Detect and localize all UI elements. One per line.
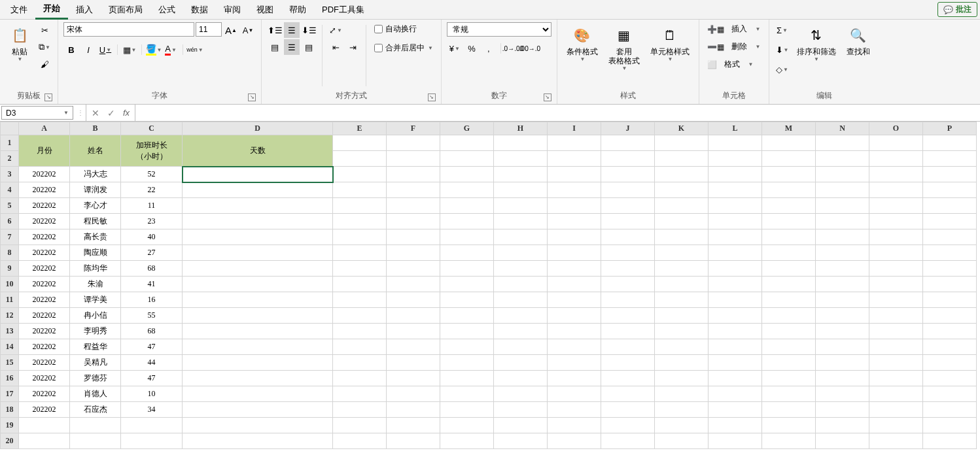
column-header[interactable]: H — [494, 122, 548, 135]
column-header[interactable]: C — [121, 122, 183, 135]
cell[interactable]: 44 — [121, 355, 183, 371]
cell[interactable] — [387, 308, 440, 324]
cell[interactable] — [655, 339, 709, 355]
cell[interactable] — [762, 308, 816, 324]
table-header-cell[interactable]: 姓名 — [70, 135, 121, 167]
column-header[interactable]: A — [19, 122, 70, 135]
cell[interactable] — [601, 386, 655, 402]
cell[interactable] — [387, 371, 440, 386]
cell[interactable] — [601, 355, 655, 371]
cell[interactable] — [333, 135, 387, 151]
cell[interactable] — [816, 418, 869, 433]
cell[interactable] — [440, 167, 494, 182]
cell[interactable] — [655, 277, 709, 292]
cell[interactable] — [923, 433, 977, 449]
cell[interactable] — [655, 151, 709, 167]
cell[interactable] — [387, 135, 440, 151]
format-painter-button[interactable]: 🖌 — [37, 56, 52, 72]
cell[interactable] — [548, 214, 601, 229]
cell[interactable] — [183, 418, 333, 433]
menu-review[interactable]: 审阅 — [216, 1, 249, 19]
cell[interactable] — [869, 386, 923, 402]
autosum-button[interactable]: Σ▼ — [775, 22, 790, 38]
formula-bar-handle[interactable]: ⋮ — [75, 105, 86, 121]
increase-font-button[interactable]: A▲ — [223, 22, 239, 38]
column-header[interactable]: K — [655, 122, 709, 135]
cell[interactable] — [709, 292, 762, 308]
cell[interactable] — [709, 214, 762, 229]
cell[interactable] — [655, 214, 709, 229]
cell[interactable] — [183, 214, 333, 229]
cell[interactable] — [816, 277, 869, 292]
cell[interactable] — [601, 182, 655, 198]
alignment-launcher[interactable]: ↘ — [428, 93, 436, 101]
name-box[interactable]: D3 ▼ — [1, 106, 73, 120]
cell[interactable] — [601, 167, 655, 182]
cell[interactable] — [440, 324, 494, 339]
row-header[interactable]: 15 — [1, 355, 19, 371]
cell[interactable] — [333, 167, 387, 182]
increase-indent-button[interactable]: ⇥ — [345, 39, 360, 55]
row-header[interactable]: 13 — [1, 324, 19, 339]
cell[interactable] — [548, 292, 601, 308]
cell[interactable] — [494, 214, 548, 229]
cell[interactable] — [494, 198, 548, 214]
copy-button[interactable]: ⧉▼ — [37, 39, 52, 55]
cell[interactable] — [440, 135, 494, 151]
cell[interactable] — [183, 277, 333, 292]
cell[interactable] — [762, 371, 816, 386]
cell[interactable] — [762, 339, 816, 355]
table-header-cell[interactable]: 加班时长 （小时） — [121, 135, 183, 167]
cell[interactable]: 202202 — [19, 292, 70, 308]
cell[interactable] — [923, 277, 977, 292]
cell[interactable]: 202202 — [19, 355, 70, 371]
cell[interactable]: 202202 — [19, 182, 70, 198]
menu-insert[interactable]: 插入 — [68, 1, 101, 19]
cell[interactable] — [762, 292, 816, 308]
decrease-indent-button[interactable]: ⇤ — [328, 39, 343, 55]
cell[interactable] — [655, 371, 709, 386]
cell[interactable] — [387, 214, 440, 229]
row-header[interactable]: 2 — [1, 151, 19, 167]
row-header[interactable]: 12 — [1, 308, 19, 324]
cell[interactable] — [655, 355, 709, 371]
cell[interactable] — [494, 433, 548, 449]
fill-button[interactable]: ⬇▼ — [775, 42, 790, 58]
clipboard-launcher[interactable]: ↘ — [44, 93, 52, 101]
cell[interactable] — [121, 433, 183, 449]
accept-formula-button[interactable]: ✓ — [107, 108, 115, 118]
cell[interactable] — [869, 229, 923, 245]
annotate-button[interactable]: 💬 批注 — [937, 2, 977, 17]
cell[interactable] — [762, 167, 816, 182]
column-header[interactable]: P — [923, 122, 977, 135]
cell[interactable]: 52 — [121, 167, 183, 182]
cell[interactable]: 202202 — [19, 386, 70, 402]
cell[interactable] — [548, 386, 601, 402]
cell[interactable] — [869, 402, 923, 418]
cell[interactable] — [387, 402, 440, 418]
align-middle-button[interactable]: ☰ — [284, 22, 300, 38]
cell[interactable] — [762, 135, 816, 151]
cell[interactable]: 22 — [121, 182, 183, 198]
cell[interactable] — [548, 371, 601, 386]
cell[interactable]: 程民敏 — [70, 214, 121, 229]
row-header[interactable]: 16 — [1, 371, 19, 386]
percent-button[interactable]: % — [464, 41, 480, 56]
cell[interactable] — [440, 277, 494, 292]
cell[interactable] — [333, 355, 387, 371]
cell[interactable] — [494, 308, 548, 324]
cell[interactable] — [494, 292, 548, 308]
cell[interactable] — [601, 135, 655, 151]
menu-pdf[interactable]: PDF工具集 — [314, 1, 372, 19]
menu-formulas[interactable]: 公式 — [150, 1, 183, 19]
cell[interactable] — [923, 339, 977, 355]
cell[interactable] — [816, 371, 869, 386]
cell[interactable]: 202202 — [19, 261, 70, 277]
cell[interactable] — [333, 386, 387, 402]
font-color-button[interactable]: A▼ — [163, 42, 179, 58]
cell[interactable] — [816, 167, 869, 182]
column-header[interactable]: L — [709, 122, 762, 135]
cell[interactable]: 202202 — [19, 324, 70, 339]
cell[interactable]: 罗德芬 — [70, 371, 121, 386]
cell[interactable] — [709, 308, 762, 324]
